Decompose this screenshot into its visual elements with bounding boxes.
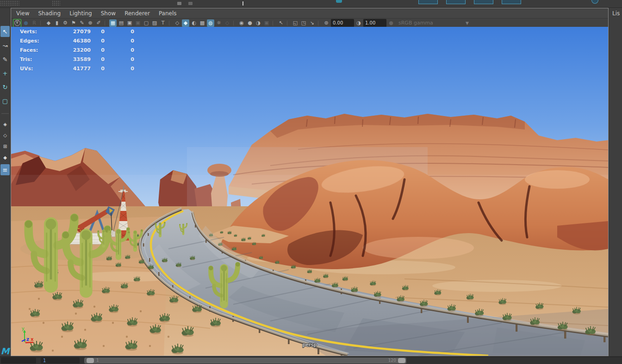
shelf-separator-fragment (243, 1, 243, 6)
wireframe-on-shaded-icon[interactable]: ◐ (190, 19, 198, 27)
exposure-icon[interactable]: ⊛ (323, 19, 330, 27)
isolate-select-icon[interactable]: ● (22, 19, 30, 27)
bookmark-icon[interactable]: ⚑ (70, 19, 77, 27)
tool-icon: ↻ (3, 84, 8, 91)
hud-row: UVs: 41777 0 0 (11, 66, 159, 72)
poly-count-hud: Verts: 27079 0 0 Edges: 46380 0 0 Faces:… (11, 27, 159, 78)
hud-total-value: 33589 (57, 56, 91, 62)
wireframe-icon[interactable]: ◇ (174, 19, 181, 27)
rotate-tool[interactable]: ↻ (0, 81, 10, 93)
tool-icon: ↝ (3, 42, 8, 49)
range-start-label: 1 (96, 358, 99, 363)
pencil-icon[interactable]: ✎ (78, 19, 86, 27)
snapshot-icon[interactable]: ↘ (308, 19, 316, 27)
axis-z-label: z (26, 336, 29, 342)
gamma-field[interactable]: 1.00 (363, 19, 386, 27)
text-hud-icon[interactable]: T (159, 19, 167, 27)
paint-select-tool[interactable]: ✎ (0, 54, 10, 65)
hud-selected-value: 0 (94, 38, 105, 44)
hud-total-value: 41777 (57, 66, 91, 72)
image-plane-icon[interactable]: ◱ (292, 19, 299, 27)
axis-x-label: x (31, 337, 34, 342)
hud-total-value: 46380 (57, 38, 91, 44)
layout-single-pane[interactable]: ◈ (0, 120, 10, 128)
toolbar-icon-glyph: ◉ (239, 20, 244, 26)
toolbar-item (169, 20, 171, 26)
menu-shading[interactable]: Shading (38, 10, 61, 17)
range-start-handle[interactable] (87, 358, 94, 363)
menu-panels[interactable]: Panels (159, 10, 177, 17)
right-panel-menu-label[interactable]: Lis (612, 10, 620, 17)
layout-plus-pane[interactable]: ⊞ (0, 142, 10, 150)
toolbar-item (233, 20, 236, 26)
right-panel: Lis (609, 8, 622, 356)
tool-icon: ◆ (3, 155, 7, 160)
xray-icon[interactable]: R (31, 19, 38, 27)
gate-mask-icon[interactable]: ▣ (134, 19, 142, 27)
ambient-occlusion-icon[interactable]: ● (246, 19, 254, 27)
safe-title-icon[interactable]: ▨ (151, 19, 158, 27)
panel-toolbar: V●R◆▮⚙⚑✎⊕✐▦▤▣▣▢▨T◇◆◐▩◍☼◇◉●◑▣↖◱◳↘⊛0.00◑1.… (11, 19, 608, 28)
toolbar-icon-glyph: T (162, 20, 165, 26)
anti-alias-icon[interactable]: ▣ (263, 19, 270, 27)
film-gate-icon[interactable]: ▤ (118, 19, 125, 27)
isolate-selected-icon[interactable]: ↖ (277, 19, 285, 27)
playback-start-field[interactable]: 1 (41, 358, 80, 364)
menu-renderer[interactable]: Renderer (124, 10, 150, 17)
select-tool[interactable]: ↖ (0, 26, 10, 37)
tool-icon: ✎ (3, 56, 8, 63)
layout-four-pane[interactable]: ◆ (0, 153, 10, 161)
shaded-icon[interactable]: ◆ (182, 19, 189, 27)
tool-icon: ⊞ (3, 144, 7, 149)
camera-lock-icon[interactable]: ▮ (53, 19, 61, 27)
move-tool[interactable]: + (0, 68, 10, 79)
textured-icon[interactable]: ▩ (199, 19, 206, 27)
default-light-icon[interactable]: ☼ (215, 19, 223, 27)
hud-component-value: 0 (116, 47, 134, 53)
safe-action-icon[interactable]: ▢ (143, 19, 150, 27)
view-transform-toggle-icon[interactable]: ● (387, 19, 395, 27)
menu-view[interactable]: View (16, 10, 29, 17)
toolbar-icon-glyph: ▣ (264, 20, 269, 26)
layout-two-pane[interactable]: ◇ (0, 131, 10, 139)
toolbar-icon-glyph: ▮ (56, 20, 58, 26)
gamma-icon[interactable]: ◑ (355, 19, 362, 27)
toolbar-icon-glyph: ◳ (301, 20, 306, 26)
grease-pencil-icon[interactable]: ✐ (95, 19, 102, 27)
zoom-region-icon[interactable]: ⊕ (87, 19, 94, 27)
toolbar-icon-glyph: sRGB gamma (398, 20, 433, 26)
image-plane-copy-icon[interactable]: ◳ (300, 19, 307, 27)
motion-blur-icon[interactable]: ◑ (255, 19, 262, 27)
hud-selected-value: 0 (94, 47, 105, 53)
grid-icon[interactable]: ▦ (109, 19, 117, 27)
lasso-select-tool[interactable]: ↝ (0, 40, 10, 51)
exposure-field[interactable]: 0.00 (331, 19, 354, 27)
menu-show[interactable]: Show (101, 10, 116, 17)
scale-tool[interactable]: ▢ (0, 95, 10, 106)
toolbar-item (318, 20, 320, 26)
menu-lighting[interactable]: Lighting (69, 10, 92, 17)
toolbar-icon-glyph: ● (24, 20, 28, 26)
range-slider-bar: 1 1 120 (0, 357, 622, 364)
animation-start-field[interactable] (1, 358, 36, 364)
shelf-icon-fragment-blue (418, 0, 438, 4)
toolbar-icon-glyph: ◆ (184, 20, 187, 26)
camera-settings-icon[interactable]: ⚙ (62, 19, 69, 27)
tool-icon: ◇ (3, 133, 7, 138)
toolbar-icon-glyph: ◆ (47, 20, 50, 26)
camera-icon[interactable]: ◆ (45, 19, 52, 27)
range-slider-track[interactable]: 1 120 (84, 358, 406, 364)
flat-lighting-icon[interactable]: ◇ (224, 19, 231, 27)
toolbar-icon-glyph: ▨ (152, 20, 157, 26)
use-all-lights-icon[interactable]: ◍ (207, 19, 214, 27)
range-end-handle[interactable] (398, 358, 405, 363)
layout-outliner-persp[interactable]: ≡ (0, 164, 10, 175)
hud-label: UVs: (20, 66, 33, 72)
resolution-gate-icon[interactable]: ▣ (126, 19, 133, 27)
view-transform-dropdown[interactable]: sRGB gamma▼ (396, 19, 472, 27)
viewport-3d[interactable]: y z x persp Verts: 27079 0 0 Edges: 4638… (11, 27, 608, 356)
toolbar-icon-glyph: ▩ (200, 20, 205, 26)
selection-highlight-icon[interactable]: V (13, 19, 21, 27)
shadows-icon[interactable]: ◉ (238, 19, 245, 27)
tool-icon: ≡ (3, 167, 8, 173)
